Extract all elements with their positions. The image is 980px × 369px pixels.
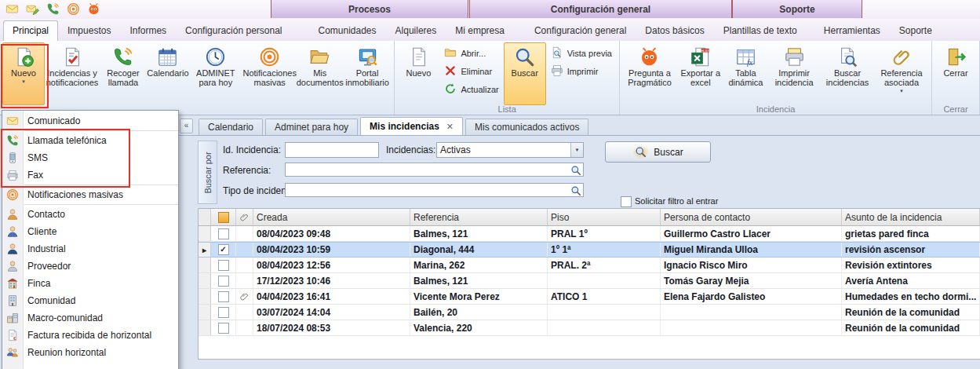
ribbon-tab-mi-empresa[interactable]: Mi empresa [446, 20, 514, 41]
nuevo-button[interactable]: Nuevo▼ [2, 42, 45, 105]
ribbon-tab-impuestos[interactable]: Impuestos [58, 20, 120, 41]
combo-arrow-icon[interactable]: ▼ [570, 143, 583, 157]
row-checkbox[interactable] [218, 260, 229, 271]
id-incidencia-input[interactable] [285, 142, 379, 158]
table-row[interactable]: 18/07/2024 08:53Valencia, 220Reunión de … [199, 320, 980, 336]
menu-item-sms[interactable]: SMS [2, 149, 178, 166]
imprimir-incidencia-button[interactable]: Imprimir incidencia [767, 42, 821, 105]
ribbon-tab-configuración-general[interactable]: Configuración general [525, 20, 636, 41]
menu-item-llamada-telefónica[interactable]: Llamada telefónica [2, 132, 178, 149]
grid-header-creada[interactable]: Creada [253, 209, 410, 225]
tabla-dinámica-button[interactable]: fxTabla dinámica [724, 42, 768, 105]
exportar-a-excel-button[interactable]: HLSXExportar a excel [677, 42, 724, 105]
cell-checked[interactable] [211, 258, 236, 272]
mail-icon[interactable] [5, 2, 20, 16]
vista-previa-button[interactable]: Vista previa [548, 46, 615, 61]
table-row[interactable]: 03/07/2024 14:04Bailén, 20Reunión de la … [199, 305, 980, 320]
pragmatico-icon[interactable] [86, 2, 101, 16]
menu-item-cliente[interactable]: Cliente [2, 223, 178, 240]
grid-header-referencia[interactable]: Referencia [410, 209, 548, 225]
cell-checked[interactable] [211, 289, 236, 304]
doc-tab-adminet-para-hoy[interactable]: Adminet para hoy [265, 119, 358, 135]
grid-header-piso[interactable]: Piso [548, 209, 661, 225]
mass-notifications-icon[interactable] [66, 2, 81, 16]
building-red-icon [6, 277, 19, 290]
row-checkbox[interactable] [218, 276, 229, 287]
search-icon[interactable] [570, 185, 581, 196]
buscar-button[interactable]: Buscar [504, 42, 546, 105]
menu-item-finca[interactable]: Finca [2, 275, 178, 292]
pregunta-a-pragmático-button[interactable]: Pregunta a Pragmático [622, 42, 677, 105]
ribbon-tab-comunidades[interactable]: Comunidades [309, 20, 386, 41]
row-checkbox[interactable] [218, 307, 229, 318]
person-gray-icon [6, 260, 19, 272]
menu-item-fax[interactable]: Fax [2, 166, 178, 184]
table-row[interactable]: 17/12/2023 10:46Balmes, 121Tomás Garay M… [199, 273, 980, 289]
cell-referencia: Diagonal, 444 [410, 243, 548, 257]
menu-item-proveedor[interactable]: Proveedor [2, 258, 178, 275]
actualizar-button[interactable]: Actualizar [441, 82, 501, 97]
portal-inmobiliario-button[interactable]: Portal inmobiliario [343, 42, 392, 105]
cerrar-button[interactable]: Cerrar [934, 42, 977, 105]
row-checkbox[interactable]: ✓ [218, 244, 229, 255]
grid-header-asunto[interactable]: Asunto de la incidencia [842, 209, 980, 225]
grid-body: 08/04/2023 09:48Balmes, 121PRAL 1ºGuille… [199, 226, 980, 336]
solicitar-filtro-checkbox[interactable] [621, 196, 632, 207]
cell-checked[interactable] [211, 226, 236, 241]
menu-item-comunicado[interactable]: Comunicado [2, 112, 178, 130]
menu-item-notificaciones-masivas[interactable]: Notificaciones masivas [2, 186, 178, 203]
menu-item-factura-recibida-de-horizontal[interactable]: €Factura recibida de horizontal [2, 327, 178, 344]
compose-mail-icon[interactable] [25, 2, 40, 16]
notificaciones-masivas-button[interactable]: Notificaciones masivas [242, 42, 297, 105]
incoming-call-icon[interactable] [46, 2, 60, 16]
doc-tab-calendario[interactable]: Calendario [199, 119, 263, 135]
close-tab-icon[interactable]: ✕ [446, 122, 454, 131]
abrir-button[interactable]: Abrir... [441, 46, 501, 61]
row-checkbox[interactable] [218, 291, 229, 302]
ribbon-tab-alquileres[interactable]: Alquileres [386, 20, 446, 41]
ribbon-tab-herramientas[interactable]: Herramientas [814, 20, 890, 41]
cell-checked[interactable] [211, 273, 236, 288]
referencia-field [285, 163, 584, 178]
ribbon-tab-datos-básicos[interactable]: Datos básicos [636, 20, 713, 41]
cell-checked[interactable] [211, 305, 236, 320]
doc-tab-mis-incidencias[interactable]: Mis incidencias✕ [360, 117, 463, 135]
ribbon-tab-principal[interactable]: Principal [3, 20, 58, 41]
row-checkbox[interactable] [218, 323, 229, 334]
ribbon-tab-plantillas-de-texto[interactable]: Plantillas de texto [714, 20, 807, 41]
incidencias-y-notificaciones-button[interactable]: Incidencias y notificaciones [45, 42, 100, 105]
select-all-checkbox[interactable] [218, 212, 229, 223]
incidencias-combo[interactable]: Activas ▼ [436, 142, 584, 158]
calendario-button[interactable]: Calendario [147, 42, 189, 105]
menu-item-industrial[interactable]: Industrial [2, 240, 178, 258]
referencia-asociada-button[interactable]: Referencia asociada▼ [874, 42, 929, 105]
table-row[interactable]: ▸✓08/04/2023 10:59Diagonal, 4441º 1ªMigu… [199, 242, 980, 258]
recoger-llamada-button[interactable]: Recoger llamada [100, 42, 147, 105]
grid-header-persona[interactable]: Persona de contacto [661, 209, 842, 225]
search-icon[interactable] [570, 165, 581, 176]
cell-checked[interactable] [211, 320, 236, 335]
scroll-tabs-left-button[interactable]: « [180, 119, 193, 133]
table-row[interactable]: 08/04/2023 09:48Balmes, 121PRAL 1ºGuille… [199, 226, 980, 242]
adminet-para-hoy-button[interactable]: ADMINET para hoy [189, 42, 242, 105]
tipo-incidencia-input[interactable] [285, 183, 584, 197]
doc-tab-mis-comunicados-activos[interactable]: Mis comunicados activos [465, 119, 588, 135]
table-row[interactable]: 08/04/2023 12:56Marina, 262PRAL. 2ªIgnac… [199, 258, 980, 273]
buscar-button[interactable]: Buscar [605, 141, 711, 163]
menu-item-comunidad[interactable]: Comunidad [2, 292, 178, 309]
menu-item-macro-comunidad[interactable]: Macro-comunidad [2, 309, 178, 327]
table-row[interactable]: 04/04/2023 16:41Vicente Mora PerezATICO … [199, 289, 980, 305]
ribbon-tab-configuración-personal[interactable]: Configuración personal [176, 20, 291, 41]
nuevo-button[interactable]: Nuevo [397, 42, 439, 105]
imprimir-button[interactable]: Imprimir [548, 64, 615, 79]
cell-checked[interactable]: ✓ [211, 243, 236, 257]
row-checkbox[interactable] [218, 228, 229, 239]
ribbon-tab-informes[interactable]: Informes [120, 20, 176, 41]
referencia-input[interactable] [285, 163, 584, 177]
ribbon-tab-soporte[interactable]: Soporte [890, 20, 942, 41]
buscar-incidencias-button[interactable]: Buscar incidencias [821, 42, 874, 105]
menu-item-contacto[interactable]: Contacto [2, 206, 178, 223]
mis-documentos-button[interactable]: Mis documentos [297, 42, 343, 105]
eliminar-button[interactable]: Eliminar [441, 64, 501, 79]
menu-item-reunion-horizontal[interactable]: Reunion horizontal [2, 344, 178, 361]
